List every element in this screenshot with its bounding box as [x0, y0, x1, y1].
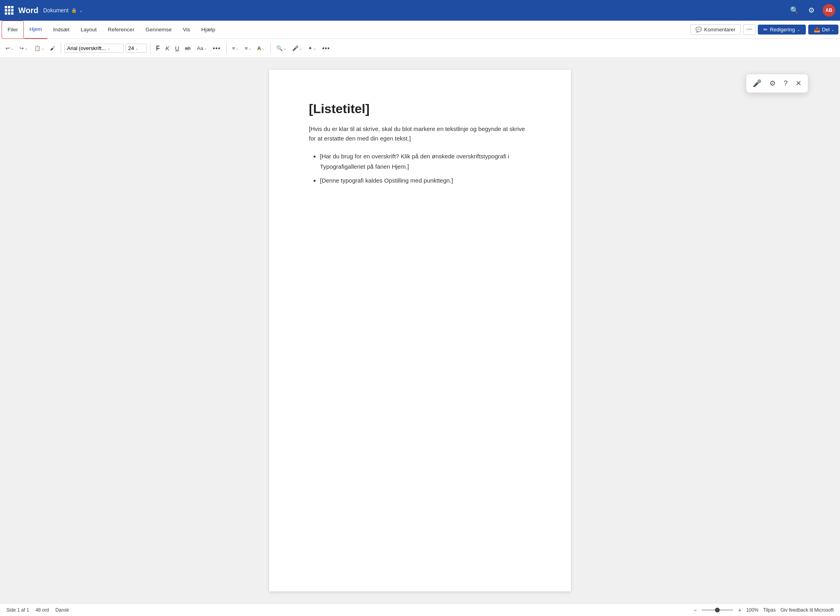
align-button[interactable]: ≡ ⌄ — [242, 44, 254, 53]
search-voice-group: 🔍 ⌄ 🎤 ⌄ ✦ ⌄ ••• — [274, 43, 332, 54]
floating-help-icon: ? — [784, 79, 788, 87]
share-icon: 📤 — [814, 27, 820, 33]
case-group: Aa ⌄ ••• — [195, 43, 223, 54]
search-icon[interactable]: 🔍 — [788, 4, 800, 16]
editor-chevron-icon: ⌄ — [313, 46, 316, 50]
zoom-percent: 100% — [746, 607, 759, 613]
menu-item-indsaet[interactable]: Indsæt — [48, 21, 75, 39]
font-name-text: Arial (overskrift... — [67, 45, 106, 51]
share-chevron-icon: ⌄ — [831, 28, 834, 32]
more-button[interactable]: ••• — [210, 43, 223, 54]
strikethrough-button[interactable]: ab — [183, 44, 193, 53]
list-item-1[interactable]: [Har du brug for en overskrift? Klik på … — [320, 151, 531, 171]
editor-icon: ✦ — [308, 45, 312, 51]
font-selector[interactable]: Arial (overskrift... ⌄ — [64, 44, 124, 53]
paste-chevron: ⌄ — [41, 46, 44, 50]
overflow-label: ••• — [322, 45, 330, 52]
more-label: ••• — [213, 45, 221, 52]
find-button[interactable]: 🔍 ⌄ — [274, 44, 289, 53]
settings-icon[interactable]: ⚙ — [807, 4, 816, 16]
comment-icon: 💬 — [696, 27, 702, 33]
language: Dansk — [55, 607, 69, 613]
dictate-icon: 🎤 — [292, 45, 299, 51]
toolbar: ↩ ⌄ ↪ ⌄ 📋 ⌄ 🖌 Arial (overskrift... ⌄ 24 … — [0, 39, 840, 58]
formatting-group: F K U ab — [154, 43, 193, 54]
document[interactable]: [Listetitel] [Hvis du er klar til at skr… — [269, 70, 571, 591]
floating-settings-button[interactable]: ⚙ — [768, 77, 777, 89]
list-item-2[interactable]: [Denne typografi kaldes Opstilling med p… — [320, 175, 531, 186]
doc-name-area: Dokument 🔒 ⌄ — [43, 7, 83, 13]
dictate-button[interactable]: 🎤 ⌄ — [290, 44, 305, 53]
case-label: Aa — [197, 45, 203, 51]
zoom-minus-button[interactable]: − — [694, 607, 697, 613]
menu-item-referencer[interactable]: Referencer — [102, 21, 140, 39]
undo-chevron: ⌄ — [11, 46, 14, 50]
separator-4 — [270, 43, 271, 54]
highlight-button[interactable]: A ⌄ — [255, 44, 267, 53]
list-group: ≡ ⌄ ≡ ⌄ A ⌄ — [230, 44, 268, 53]
underline-button[interactable]: U — [173, 43, 182, 53]
list-chevron-icon: ⌄ — [236, 46, 239, 50]
undo-icon: ↩ — [6, 45, 10, 51]
avatar[interactable]: AB — [823, 4, 835, 17]
edit-btn-label: Redigering — [770, 27, 795, 33]
font-chevron-icon: ⌄ — [108, 46, 111, 50]
redo-button[interactable]: ↪ ⌄ — [17, 44, 30, 53]
undo-redo-group: ↩ ⌄ ↪ ⌄ — [3, 44, 30, 53]
paste-group: 📋 ⌄ 🖌 — [32, 44, 58, 53]
menu-item-vis[interactable]: Vis — [177, 21, 196, 39]
floating-mic-icon: 🎤 — [753, 79, 761, 87]
menu-item-filer[interactable]: Filer — [2, 21, 24, 39]
floating-close-button[interactable]: ✕ — [794, 77, 803, 89]
comment-button[interactable]: 💬 Kommentarer — [690, 24, 741, 35]
floating-close-icon: ✕ — [796, 79, 801, 87]
wave-btn[interactable]: 〰 — [743, 24, 755, 35]
title-bar: Word Dokument 🔒 ⌄ 🔍 ⚙ AB — [0, 0, 840, 21]
paste-button[interactable]: 📋 ⌄ — [32, 44, 47, 53]
bold-button[interactable]: F — [154, 43, 162, 54]
redo-chevron: ⌄ — [25, 46, 28, 50]
floating-mic-button[interactable]: 🎤 — [751, 77, 763, 89]
zoom-slider[interactable] — [701, 609, 733, 611]
redo-icon: ↪ — [19, 45, 24, 51]
edit-icon: ✏ — [763, 27, 768, 33]
word-count: 48 ord — [35, 607, 49, 613]
status-bar: Side 1 af 1 48 ord Dansk − + 100% Tilpas… — [0, 603, 840, 616]
floating-help-button[interactable]: ? — [782, 78, 789, 89]
toolbar-overflow-button[interactable]: ••• — [320, 43, 332, 54]
separator-1 — [61, 43, 61, 54]
italic-button[interactable]: K — [163, 43, 172, 53]
case-button[interactable]: Aa ⌄ — [195, 44, 210, 53]
share-button[interactable]: 📤 Del ⌄ — [808, 25, 838, 35]
undo-button[interactable]: ↩ ⌄ — [3, 44, 16, 53]
menu-item-hjem[interactable]: Hjem — [24, 21, 48, 39]
document-title[interactable]: [Listetitel] — [309, 102, 531, 116]
font-size-text: 24 — [128, 45, 134, 51]
content-area: 🎤 ⚙ ? ✕ [Listetitel] [Hvis du er klar ti… — [0, 58, 840, 603]
paste-icon: 📋 — [34, 45, 40, 51]
zoom-thumb[interactable] — [715, 608, 720, 612]
status-left: Side 1 af 1 48 ord Dansk — [6, 607, 69, 613]
menu-item-gennemse[interactable]: Gennemse — [140, 21, 177, 39]
strikethrough-icon: ab — [185, 45, 191, 51]
highlight-chevron-icon: ⌄ — [262, 46, 265, 50]
highlight-icon: A — [257, 45, 261, 51]
zoom-plus-button[interactable]: + — [738, 607, 741, 613]
editor-button[interactable]: ✦ ⌄ — [306, 44, 319, 53]
font-size-selector[interactable]: 24 ⌄ — [125, 44, 147, 53]
format-painter-button[interactable]: 🖌 — [48, 44, 58, 53]
list-icon: ≡ — [232, 45, 235, 51]
align-icon: ≡ — [245, 45, 248, 51]
title-bar-right: 🔍 ⚙ AB — [788, 4, 835, 17]
doc-chevron-icon[interactable]: ⌄ — [79, 8, 83, 13]
apps-icon[interactable] — [5, 6, 13, 15]
separator-2 — [150, 43, 150, 54]
menu-item-hjaelp[interactable]: Hjælp — [196, 21, 221, 39]
edit-button[interactable]: ✏ Redigering ⌄ — [758, 25, 806, 35]
document-intro[interactable]: [Hvis du er klar til at skrive, skal du … — [309, 124, 531, 143]
feedback-label[interactable]: Giv feedback til Microsoft — [780, 607, 834, 613]
menu-item-layout[interactable]: Layout — [75, 21, 102, 39]
fit-button[interactable]: Tilpas — [763, 607, 776, 613]
dictate-chevron-icon: ⌄ — [299, 46, 302, 50]
list-button[interactable]: ≡ ⌄ — [230, 44, 242, 53]
